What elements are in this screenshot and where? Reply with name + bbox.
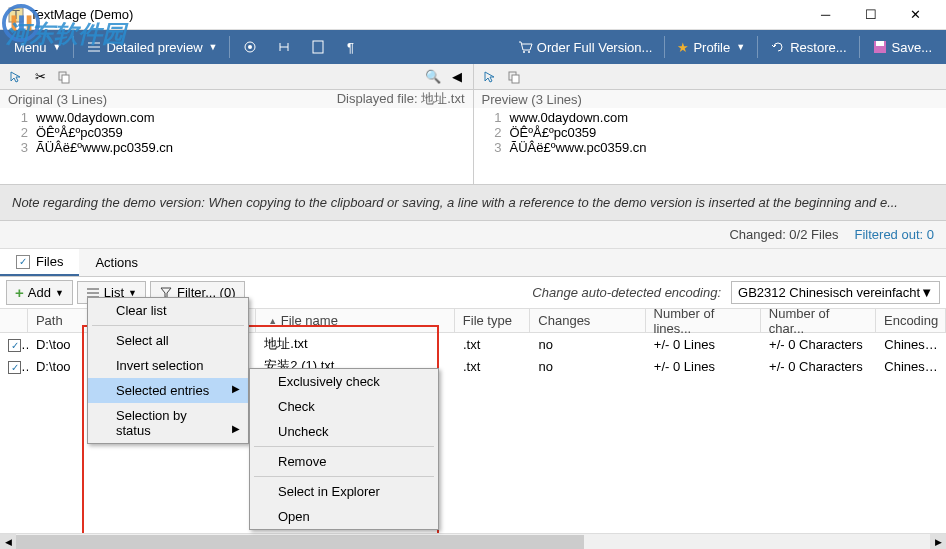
prev-icon[interactable]: ◀ [447,67,467,87]
original-pane: ✂ 🔍 ◀ Original (3 Lines) Displayed file:… [0,64,474,184]
restore-button[interactable]: Restore... [762,35,854,59]
preview-header: Preview (3 Lines) [482,92,582,107]
preview-pane: Preview (3 Lines) 1www.0daydown.com 2ÖÊº… [474,64,947,184]
encoding-select[interactable]: GB2312 Chinesisch vereinfacht ▼ [731,281,940,304]
tab-files[interactable]: ✓ Files [0,249,79,276]
menu-selected-entries[interactable]: Selected entries▶ [88,378,248,403]
checkbox-icon: ✓ [16,255,30,269]
maximize-button[interactable]: ☐ [848,0,893,30]
profile-button[interactable]: ★ Profile▼ [669,36,753,59]
demo-note: Note regarding the demo version: When co… [0,184,946,221]
tab-actions[interactable]: Actions [79,249,154,276]
tool-4-button[interactable]: ¶ [336,35,368,59]
svg-rect-12 [313,41,323,53]
pilcrow-icon: ¶ [344,39,360,55]
detailed-preview-button[interactable]: Detailed preview▼ [78,35,225,59]
svg-rect-21 [512,75,519,83]
menu-select-all[interactable]: Select all [88,328,248,353]
original-content[interactable]: 1www.0daydown.com 2ÖÊºÅ£ºpc0359 3ÃÜÂë£ºw… [0,108,473,184]
cut-icon[interactable]: ✂ [30,67,50,87]
tool-3-button[interactable] [302,35,334,59]
col-filetype[interactable]: File type [455,309,531,332]
menu-check[interactable]: Check [250,394,438,419]
copy-icon[interactable] [504,67,524,87]
svg-point-14 [523,51,525,53]
minimize-button[interactable]: ─ [803,0,848,30]
menu-invert-selection[interactable]: Invert selection [88,353,248,378]
displayed-file: Displayed file: 地址.txt [337,90,465,108]
col-changes[interactable]: Changes [530,309,645,332]
row-checkbox[interactable]: ✓ [8,339,21,352]
binoculars-icon[interactable]: 🔍 [423,67,443,87]
copy-icon[interactable] [54,67,74,87]
encoding-label: Change auto-detected encoding: [532,285,721,300]
scroll-thumb[interactable] [16,535,584,549]
watermark-logo [2,4,40,42]
tool-2-button[interactable] [268,35,300,59]
gear-icon [242,39,258,55]
doc-icon [310,39,326,55]
undo-icon [770,39,786,55]
status-bar: Changed: 0/2 Files Filtered out: 0 [0,221,946,249]
split-view: ✂ 🔍 ◀ Original (3 Lines) Displayed file:… [0,64,946,184]
main-toolbar: Menu▼ Detailed preview▼ ¶ Order Full Ver… [0,30,946,64]
menu-select-in-explorer[interactable]: Select in Explorer [250,479,438,504]
col-lines[interactable]: Number of lines... [646,309,761,332]
menu-open[interactable]: Open [250,504,438,529]
svg-point-11 [248,45,252,49]
tool-1-button[interactable] [234,35,266,59]
preview-content[interactable]: 1www.0daydown.com 2ÖÊºÅ£ºpc0359 3ÃÜÂë£ºw… [474,108,947,184]
svg-point-15 [528,51,530,53]
svg-rect-2 [19,15,24,30]
plus-icon: + [15,284,24,301]
add-button[interactable]: +Add▼ [6,280,73,305]
svg-rect-17 [876,41,884,46]
menu-selection-by-status[interactable]: Selection by status▶ [88,403,248,443]
svg-rect-3 [27,15,32,30]
disk-icon [872,39,888,55]
window-title: TextMage (Demo) [30,7,803,22]
menu-uncheck[interactable]: Uncheck [250,419,438,444]
scroll-left-button[interactable]: ◀ [0,534,16,549]
changed-status: Changed: 0/2 Files [729,227,838,242]
menu-exclusively-check[interactable]: Exclusively check [250,369,438,394]
star-icon: ★ [677,40,689,55]
col-encoding[interactable]: Encoding [876,309,946,332]
scroll-right-button[interactable]: ▶ [930,534,946,549]
arrows-icon [276,39,292,55]
svg-text:¶: ¶ [347,40,354,55]
menu-remove[interactable]: Remove [250,449,438,474]
row-checkbox[interactable]: ✓ [8,361,21,374]
cursor-icon[interactable] [6,67,26,87]
col-filename[interactable]: ▲ File name [256,309,455,332]
close-button[interactable]: ✕ [893,0,938,30]
list-icon [86,39,102,55]
list-context-menu: Clear list Select all Invert selection S… [87,297,249,444]
save-button[interactable]: Save... [864,35,940,59]
cart-icon [517,39,533,55]
tabs: ✓ Files Actions [0,249,946,277]
titlebar: T TextMage (Demo) ─ ☐ ✕ [0,0,946,30]
order-button[interactable]: Order Full Version... [509,35,661,59]
svg-rect-19 [62,75,69,83]
col-chars[interactable]: Number of char... [761,309,876,332]
selected-entries-submenu: Exclusively check Check Uncheck Remove S… [249,368,439,530]
horizontal-scrollbar[interactable]: ◀ ▶ [0,533,946,549]
filtered-status: Filtered out: 0 [855,227,935,242]
cursor-icon[interactable] [480,67,500,87]
original-header: Original (3 Lines) [8,92,107,107]
col-checkbox[interactable] [0,309,28,332]
svg-rect-1 [12,15,17,30]
menu-clear-list[interactable]: Clear list [88,298,248,323]
